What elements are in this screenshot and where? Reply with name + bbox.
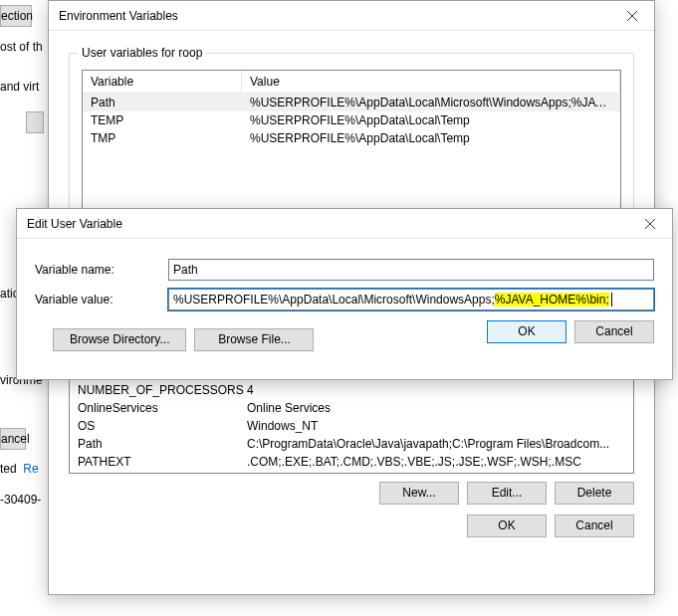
variable-value-input[interactable]: %USERPROFILE%\AppData\Local\Microsoft\Wi… xyxy=(168,289,654,310)
close-button[interactable] xyxy=(609,1,654,30)
cell-variable: OS xyxy=(78,419,247,433)
value-highlighted-part: %JAVA_HOME%\bin; xyxy=(495,293,609,307)
table-row[interactable]: NUMBER_OF_PROCESSORS 4 xyxy=(70,381,633,399)
bg-text: -30409- xyxy=(0,493,41,507)
cell-variable: Path xyxy=(91,96,250,109)
cell-variable: OnlineServices xyxy=(78,401,247,415)
cell-value: C:\ProgramData\Oracle\Java\javapath;C:\P… xyxy=(247,437,625,451)
cell-variable: Path xyxy=(78,437,247,451)
text-caret xyxy=(608,293,612,307)
variable-name-row: Variable name: xyxy=(35,259,654,281)
table-row[interactable]: OnlineServices Online Services xyxy=(70,399,633,417)
value-plain-part: %USERPROFILE%\AppData\Local\Microsoft\Wi… xyxy=(173,293,495,307)
bg-text: ted Re xyxy=(0,462,39,476)
table-row[interactable]: TEMP %USERPROFILE%\AppData\Local\Temp xyxy=(83,111,620,129)
cell-variable: PATHEXT xyxy=(78,455,247,469)
edit-user-variable-dialog: Edit User Variable Variable name: Variab… xyxy=(16,208,673,380)
group-label: User variables for roop xyxy=(78,46,206,60)
cancel-button[interactable]: Cancel xyxy=(555,514,634,537)
ok-button[interactable]: OK xyxy=(467,514,547,537)
titlebar: Environment Variables xyxy=(49,1,654,31)
browse-file-button[interactable]: Browse File... xyxy=(194,328,314,351)
ok-button[interactable]: OK xyxy=(487,320,566,343)
dialog-title: Edit User Variable xyxy=(27,217,122,231)
bg-text: ost of th xyxy=(0,40,43,54)
titlebar: Edit User Variable xyxy=(17,209,672,239)
cell-value: %USERPROFILE%\AppData\Local\Microsoft\Wi… xyxy=(250,96,612,109)
close-button[interactable] xyxy=(627,209,672,238)
bg-btn: ancel xyxy=(0,428,26,450)
list-header: Variable Value xyxy=(83,71,620,94)
bg-text: and virt xyxy=(0,80,39,94)
col-variable[interactable]: Variable xyxy=(83,71,242,93)
table-row[interactable]: Path %USERPROFILE%\AppData\Local\Microso… xyxy=(83,94,620,111)
bg-btn xyxy=(26,111,44,133)
edit-dialog-buttons: Browse Directory... Browse File... OK Ca… xyxy=(35,320,654,365)
cell-value: Online Services xyxy=(247,401,625,415)
cell-variable: TMP xyxy=(91,131,250,145)
browse-directory-button[interactable]: Browse Directory... xyxy=(53,328,186,351)
cancel-button[interactable]: Cancel xyxy=(574,320,654,343)
system-variables-area: JAVA_HOME C:\Program Files\Java\jdk1.8.0… xyxy=(69,361,634,505)
cell-value: 4 xyxy=(247,383,625,397)
table-row[interactable]: OS Windows_NT xyxy=(70,417,633,435)
col-value[interactable]: Value xyxy=(242,71,620,93)
edit-button[interactable]: Edit... xyxy=(467,482,547,505)
user-variables-list[interactable]: Variable Value Path %USERPROFILE%\AppDat… xyxy=(82,70,621,209)
delete-button[interactable]: Delete xyxy=(555,482,634,505)
close-icon xyxy=(627,11,637,21)
dialog-title: Environment Variables xyxy=(59,9,178,23)
table-row[interactable]: TMP %USERPROFILE%\AppData\Local\Temp xyxy=(83,129,620,147)
variable-name-label: Variable name: xyxy=(35,263,154,277)
cell-value: Windows_NT xyxy=(247,419,625,433)
dialog-buttons: OK Cancel xyxy=(49,505,654,551)
variable-name-input[interactable] xyxy=(168,259,654,281)
user-variables-group: User variables for roop Variable Value P… xyxy=(69,53,634,222)
variable-value-label: Variable value: xyxy=(35,293,154,307)
cell-value: %USERPROFILE%\AppData\Local\Temp xyxy=(250,131,612,145)
variable-value-row: Variable value: %USERPROFILE%\AppData\Lo… xyxy=(35,289,654,310)
table-row[interactable]: PATHEXT .COM;.EXE;.BAT;.CMD;.VBS;.VBE;.J… xyxy=(70,453,633,471)
new-button[interactable]: New... xyxy=(379,482,459,505)
cell-value: .COM;.EXE;.BAT;.CMD;.VBS;.VBE;.JS;.JSE;.… xyxy=(247,455,625,469)
cell-variable: NUMBER_OF_PROCESSORS xyxy=(78,383,247,397)
cell-value: %USERPROFILE%\AppData\Local\Temp xyxy=(250,113,612,127)
bg-btn: ection xyxy=(0,5,32,27)
cell-variable: TEMP xyxy=(91,113,250,127)
close-icon xyxy=(645,219,655,229)
system-vars-buttons: New... Edit... Delete xyxy=(69,482,634,505)
table-row[interactable]: Path C:\ProgramData\Oracle\Java\javapath… xyxy=(70,435,633,453)
